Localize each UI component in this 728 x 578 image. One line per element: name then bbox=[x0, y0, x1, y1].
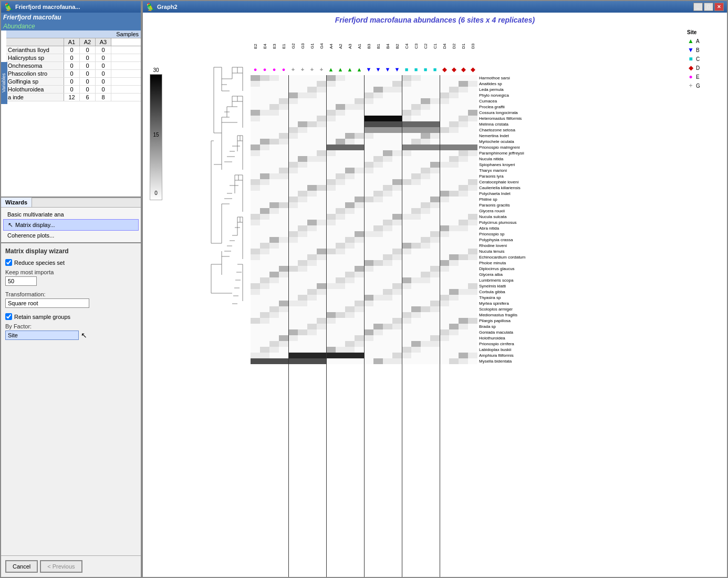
heatmap-cell bbox=[279, 324, 288, 329]
heatmap-cell bbox=[260, 145, 269, 150]
heatmap-cell bbox=[402, 295, 411, 301]
heatmap-cell bbox=[307, 295, 317, 301]
heatmap-cell bbox=[402, 329, 411, 335]
coherence-plots-item[interactable]: Coherence plots... bbox=[3, 231, 139, 240]
symbol-cell: ◆ bbox=[449, 65, 459, 74]
heatmap-cell bbox=[307, 301, 317, 306]
heatmap-cell bbox=[298, 306, 307, 312]
close-button[interactable]: ✕ bbox=[714, 3, 724, 11]
cancel-button[interactable]: Cancel bbox=[5, 560, 38, 573]
heatmap-cell bbox=[392, 277, 402, 283]
heatmap-row bbox=[251, 220, 477, 225]
heatmap-cell bbox=[459, 75, 468, 81]
heatmap-cell bbox=[411, 179, 421, 185]
by-factor-input[interactable] bbox=[5, 331, 79, 340]
heatmap-cell bbox=[345, 133, 355, 139]
heatmap-cell bbox=[373, 231, 383, 237]
heatmap-cell bbox=[459, 220, 468, 225]
heatmap-cell bbox=[326, 179, 336, 185]
heatmap-cell bbox=[459, 289, 468, 295]
heatmap-cell bbox=[459, 254, 468, 260]
spread-header-text: Frierfjord macrofau bbox=[3, 14, 61, 21]
heatmap-cell bbox=[279, 341, 288, 347]
heatmap-cell bbox=[260, 306, 269, 312]
heatmap-cell bbox=[449, 104, 459, 110]
maximize-button[interactable]: □ bbox=[704, 3, 713, 11]
heatmap-cell bbox=[326, 145, 336, 150]
heatmap-cell bbox=[298, 324, 307, 329]
heatmap-cell bbox=[468, 329, 477, 335]
previous-button[interactable]: < Previous bbox=[40, 560, 82, 573]
species-label: Prionospio cirrifera bbox=[477, 341, 546, 347]
heatmap-cell bbox=[307, 116, 317, 121]
heatmap-cell bbox=[345, 220, 355, 225]
heatmap-cell bbox=[430, 312, 440, 318]
heatmap-cell bbox=[411, 301, 421, 306]
heatmap-cell bbox=[383, 110, 392, 116]
heatmap-cell bbox=[430, 197, 440, 202]
heatmap-cell bbox=[355, 225, 364, 231]
species-label: Cossura longocirrata bbox=[477, 110, 546, 116]
heatmap-cell bbox=[373, 324, 383, 329]
species-label: Proclea graffii bbox=[477, 104, 546, 110]
heatmap-cell bbox=[269, 197, 279, 202]
retain-sample-checkbox[interactable] bbox=[5, 313, 12, 320]
transformation-select[interactable]: Square root None Log(x+1) Fourth root bbox=[5, 298, 89, 308]
heatmap-cell bbox=[279, 335, 288, 341]
wizard-tab-wizards[interactable]: Wizards bbox=[1, 198, 32, 207]
col-label: G3 bbox=[298, 28, 307, 65]
heatmap-cell bbox=[459, 272, 468, 277]
heatmap-cell bbox=[326, 98, 336, 104]
transformation-label: Transformation: bbox=[5, 291, 137, 297]
reduce-species-checkbox[interactable] bbox=[5, 259, 12, 266]
heatmap-cell bbox=[288, 231, 298, 237]
heatmap-cell bbox=[383, 75, 392, 81]
heatmap-cell bbox=[298, 231, 307, 237]
heatmap-cell bbox=[411, 127, 421, 133]
heatmap-cell bbox=[411, 202, 421, 208]
heatmap-cell bbox=[440, 272, 449, 277]
heatmap-cell bbox=[317, 173, 326, 179]
heatmap-cell bbox=[298, 150, 307, 156]
matrix-display-item[interactable]: ↖ Matrix display... bbox=[3, 219, 139, 231]
heatmap-cell bbox=[345, 127, 355, 133]
heatmap-cell bbox=[373, 220, 383, 225]
heatmap-cell bbox=[402, 162, 411, 168]
heatmap-cell bbox=[269, 208, 279, 214]
heatmap-cell bbox=[449, 116, 459, 121]
heatmap-cell bbox=[336, 133, 345, 139]
heatmap-cell bbox=[383, 324, 392, 329]
heatmap-cell bbox=[440, 329, 449, 335]
heatmap-cell bbox=[411, 191, 421, 197]
heatmap-cell bbox=[317, 324, 326, 329]
heatmap-cell bbox=[251, 254, 260, 260]
heatmap-cell bbox=[336, 306, 345, 312]
heatmap-cell bbox=[459, 214, 468, 220]
heatmap-cell bbox=[317, 121, 326, 127]
heatmap-cell bbox=[251, 243, 260, 249]
heatmap-row bbox=[251, 75, 477, 81]
heatmap-cell bbox=[392, 237, 402, 243]
heatmap-cell bbox=[421, 301, 430, 306]
heatmap-cell bbox=[279, 318, 288, 324]
heatmap-cell bbox=[468, 145, 477, 150]
heatmap-cell bbox=[326, 353, 336, 358]
minimize-button[interactable]: _ bbox=[693, 3, 703, 11]
heatmap-cell bbox=[411, 341, 421, 347]
heatmap-cell bbox=[269, 110, 279, 116]
heatmap-cell bbox=[402, 92, 411, 98]
keep-most-input[interactable] bbox=[5, 276, 37, 286]
heatmap-cell bbox=[468, 98, 477, 104]
heatmap-cell bbox=[336, 121, 345, 127]
legend-item: ●E bbox=[687, 73, 725, 80]
heatmap-cell bbox=[317, 208, 326, 214]
heatmap-cell bbox=[269, 92, 279, 98]
symbol-cell: + bbox=[298, 65, 307, 74]
species-label: Goniada maculata bbox=[477, 329, 546, 335]
heatmap-cell bbox=[307, 353, 317, 358]
heatmap-cell bbox=[402, 237, 411, 243]
heatmap-cell bbox=[345, 341, 355, 347]
heatmap-cell bbox=[345, 92, 355, 98]
heatmap-cell bbox=[449, 220, 459, 225]
heatmap-cell bbox=[430, 272, 440, 277]
